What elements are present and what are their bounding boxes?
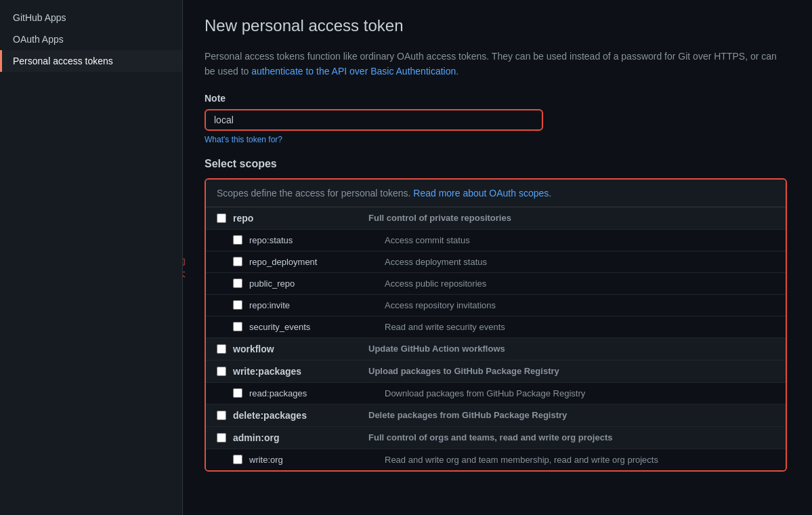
scope-row-repo-invite: repo:invite Access repository invitation… xyxy=(206,295,786,316)
scope-name-public-repo: public_repo xyxy=(249,279,371,289)
scope-row-workflow: workflow Update GitHub Action workflows xyxy=(206,338,786,360)
scope-checkbox-delete-packages[interactable] xyxy=(217,411,226,420)
scope-name-repo-deployment: repo_deployment xyxy=(249,257,371,267)
scope-row-public-repo: public_repo Access public repositories xyxy=(206,273,786,295)
note-group: Note What's this token for? xyxy=(205,93,790,144)
scope-name-security-events: security_events xyxy=(249,322,371,332)
scope-desc-read-packages: Download packages from GitHub Package Re… xyxy=(385,388,585,398)
scope-desc-workflow: Update GitHub Action workflows xyxy=(368,344,505,354)
scopes-group: Select scopes 全部打勾 确保最大 权限 Scopes define… xyxy=(205,158,790,472)
scope-desc-public-repo: Access public repositories xyxy=(385,279,486,289)
scope-row-admin-org: admin:org Full control of orgs and teams… xyxy=(206,427,786,449)
sidebar-item-oauth-apps[interactable]: OAuth Apps xyxy=(0,28,182,50)
scope-row-repo-deployment: repo_deployment Access deployment status xyxy=(206,251,786,273)
scope-row-security-events: security_events Read and write security … xyxy=(206,316,786,338)
scope-row-write-org: write:org Read and write org and team me… xyxy=(206,449,786,470)
sidebar-item-personal-tokens[interactable]: Personal access tokens xyxy=(0,50,182,72)
scope-desc-write-org: Read and write org and team membership, … xyxy=(385,455,658,465)
scope-checkbox-read-packages[interactable] xyxy=(233,388,242,398)
scope-checkbox-write-packages[interactable] xyxy=(217,367,226,376)
main-content: New personal access token Personal acces… xyxy=(183,0,812,515)
scope-desc-admin-org: Full control of orgs and teams, read and… xyxy=(368,432,612,442)
scope-name-repo-invite: repo:invite xyxy=(249,300,371,310)
token-hint[interactable]: What's this token for? xyxy=(205,135,790,144)
scope-name-delete-packages: delete:packages xyxy=(233,410,355,421)
description: Personal access tokens function like ord… xyxy=(205,49,787,79)
sidebar: GitHub Apps OAuth Apps Personal access t… xyxy=(0,0,183,515)
scope-name-workflow: workflow xyxy=(233,344,355,354)
scope-name-write-org: write:org xyxy=(249,455,371,465)
page-title: New personal access token xyxy=(205,16,790,35)
scope-checkbox-repo-invite[interactable] xyxy=(233,300,242,310)
scope-checkbox-workflow[interactable] xyxy=(217,344,226,354)
api-auth-link[interactable]: authenticate to the API over Basic Authe… xyxy=(251,66,456,77)
scope-desc-repo-status: Access commit status xyxy=(385,235,470,245)
scope-name-repo: repo xyxy=(233,213,355,224)
scope-row-repo: repo Full control of private repositorie… xyxy=(206,207,786,230)
sidebar-item-github-apps[interactable]: GitHub Apps xyxy=(0,7,182,28)
scope-row-repo-status: repo:status Access commit status xyxy=(206,230,786,251)
scopes-title: Select scopes xyxy=(205,158,790,170)
note-label: Note xyxy=(205,93,790,104)
scope-checkbox-write-org[interactable] xyxy=(233,455,242,464)
description-text-2: . xyxy=(456,66,458,77)
scope-desc-repo: Full control of private repositories xyxy=(368,213,511,223)
scopes-desc-row: Scopes define the access for personal to… xyxy=(206,180,786,207)
annotation-check: 全部打勾 确保最大 权限 xyxy=(183,255,186,292)
scopes-desc-text: Scopes define the access for personal to… xyxy=(217,188,413,199)
scope-name-read-packages: read:packages xyxy=(249,388,371,398)
scope-row-write-packages: write:packages Upload packages to GitHub… xyxy=(206,360,786,383)
scope-checkbox-repo[interactable] xyxy=(217,213,226,223)
scope-checkbox-repo-deployment[interactable] xyxy=(233,257,242,266)
note-input[interactable] xyxy=(205,109,543,131)
scope-row-delete-packages: delete:packages Delete packages from Git… xyxy=(206,405,786,427)
scope-name-repo-status: repo:status xyxy=(249,235,371,245)
scope-name-write-packages: write:packages xyxy=(233,366,355,377)
scope-desc-delete-packages: Delete packages from GitHub Package Regi… xyxy=(368,410,567,420)
scope-checkbox-public-repo[interactable] xyxy=(233,279,242,288)
scope-desc-security-events: Read and write security events xyxy=(385,322,505,332)
scope-checkbox-security-events[interactable] xyxy=(233,322,242,331)
scope-desc-write-packages: Upload packages to GitHub Package Regist… xyxy=(368,366,559,376)
scope-desc-repo-deployment: Access deployment status xyxy=(385,257,487,267)
scope-checkbox-admin-org[interactable] xyxy=(217,433,226,442)
form-wrapper: 描述 Note What's this token for? Select sc… xyxy=(205,93,790,472)
scope-desc-repo-invite: Access repository invitations xyxy=(385,300,496,310)
scope-checkbox-repo-status[interactable] xyxy=(233,235,242,245)
scopes-container: Scopes define the access for personal to… xyxy=(205,178,787,472)
oauth-scopes-link[interactable]: Read more about OAuth scopes. xyxy=(413,188,551,199)
scope-row-read-packages: read:packages Download packages from Git… xyxy=(206,383,786,405)
scope-name-admin-org: admin:org xyxy=(233,432,355,443)
